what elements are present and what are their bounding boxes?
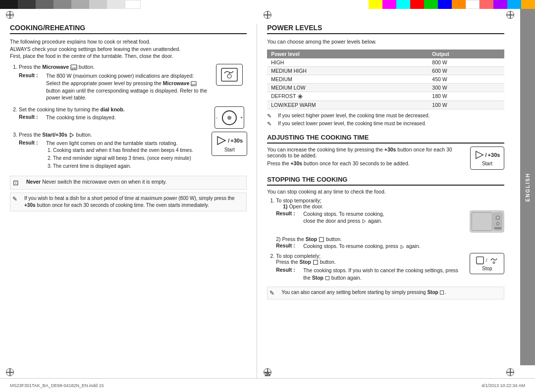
adjusting-content: You can increase the cooking time by pre…	[267, 147, 504, 170]
table-row: HIGH 800 W	[267, 58, 504, 67]
power-level-defrost: DEFROST	[267, 92, 428, 100]
start-30s-icon: / +30s Start	[212, 132, 247, 156]
step-3-text-content: Press the Start/+30s button. Result : Th…	[19, 132, 208, 173]
color-swatch-r7	[452, 0, 466, 9]
step-1-result: Result : The 800 W (maximum cooking powe…	[19, 72, 208, 101]
svg-rect-20	[325, 277, 329, 280]
stopping-step-1: To stop temporarily; 1) Open the door. R…	[276, 197, 504, 250]
table-note-1: ✎ If you select higher power level, the …	[267, 112, 504, 119]
left-column: COOKING/REHEATING The following procedur…	[10, 24, 257, 381]
footer-left: MS23F301TAK_BA_DE68-04182N_EN.indd 15	[10, 383, 104, 388]
color-swatch-r10	[493, 0, 507, 9]
color-swatch-1	[0, 0, 18, 9]
table-row: MEDIUM HIGH 600 W	[267, 66, 504, 75]
stop-note-icon: ✎	[269, 289, 279, 297]
right-column: POWER LEVELS You can choose among the po…	[257, 24, 504, 381]
reg-mark-top-left	[5, 10, 15, 20]
color-swatch-6	[89, 0, 107, 9]
svg-rect-16	[494, 227, 501, 229]
color-swatch-7	[107, 0, 125, 9]
step-2-result: Result : The cooking time is displayed.	[19, 114, 208, 121]
step-2-content: Set the cooking time by turning the dial…	[19, 106, 247, 129]
output-defrost: 180 W	[428, 92, 504, 100]
step-3: Press the Start/+30s button. Result : Th…	[19, 132, 247, 173]
top-color-bar	[0, 0, 535, 9]
dial-knob-icon: - +	[212, 106, 247, 129]
step-3-result: Result : The oven light comes on and the…	[19, 140, 208, 171]
svg-text:μw: μw	[192, 83, 196, 86]
svg-rect-19	[313, 260, 318, 265]
table-row: DEFROST 180 W	[267, 92, 504, 100]
color-swatch-r2	[382, 0, 396, 9]
step-1-content: Press the Microwave μw button. Result : …	[19, 64, 247, 103]
svg-marker-8	[217, 137, 225, 145]
intro-text: The following procedure explains how to …	[10, 38, 247, 60]
color-swatch-r11	[507, 0, 521, 9]
table-header-power: Power level	[267, 49, 428, 58]
svg-rect-12	[472, 212, 492, 231]
output-med-low: 300 W	[428, 83, 504, 92]
stopping-steps-list: To stop temporarily; 1) Open the door. R…	[267, 197, 504, 284]
color-swatch-5	[71, 0, 89, 9]
adjust-start-icon: / +30s Start	[470, 147, 505, 170]
microwave-image	[470, 210, 504, 235]
stopping-result-1: Result : Cooking stops. To resume cookin…	[276, 210, 504, 235]
svg-marker-7	[70, 133, 73, 138]
stop-note: ✎ You can also cancel any setting before…	[267, 287, 504, 300]
svg-marker-9	[476, 151, 483, 158]
power-level-med-high: MEDIUM HIGH	[267, 66, 428, 75]
table-row: MEDIUM 450 W	[267, 75, 504, 83]
cooking-steps-list: Press the Microwave μw button. Result : …	[10, 64, 247, 173]
power-intro: You can choose among the power levels be…	[267, 38, 504, 46]
stop-icon-box: / Stop	[470, 253, 504, 274]
power-levels-title: POWER LEVELS	[267, 24, 504, 34]
note-icon-2: ✎	[267, 120, 276, 127]
power-table: Power level Output HIGH 800 W MEDIUM HIG…	[267, 49, 504, 109]
step-3-content: Press the Start/+30s button. Result : Th…	[19, 132, 247, 173]
power-level-med-low: MEDIUM LOW	[267, 83, 428, 92]
color-swatch-r6	[438, 0, 452, 9]
never-warning: ⊡ Never Never switch the microwave oven …	[10, 176, 247, 190]
warning-icon: ⊡	[13, 179, 24, 187]
info-note: ✎ If you wish to heat a dish for a short…	[10, 193, 247, 211]
color-swatch-r9	[480, 0, 493, 9]
color-swatch-r1	[369, 0, 382, 9]
color-swatch-r8	[466, 0, 480, 9]
reg-mark-top-center	[263, 10, 272, 20]
footer-right: 4/1/2013 10:22:34 AM	[482, 383, 525, 388]
power-level-medium: MEDIUM	[267, 75, 428, 83]
stopping-result-3: Result : The cooking stops. If you wish …	[276, 267, 465, 281]
note-icon-1: ✎	[267, 112, 276, 119]
sidebar-label: ENGLISH	[525, 173, 531, 201]
svg-marker-10	[363, 220, 366, 223]
table-note-2: ✎ If you select lower power level, the c…	[267, 120, 504, 127]
adjusting-title: ADJUSTING THE COOKING TIME	[267, 134, 504, 144]
color-swatch-4	[54, 0, 71, 9]
press-stop-1: 2) Press the Stop button.	[276, 236, 504, 243]
step-2-text-content: Set the cooking time by turning the dial…	[19, 106, 208, 123]
stopping-intro: You can stop cooking at any time to chec…	[267, 189, 504, 195]
svg-point-22	[493, 262, 495, 264]
table-header-output: Output	[428, 49, 504, 58]
svg-marker-18	[401, 245, 404, 248]
reg-mark-bottom-center	[263, 367, 272, 377]
output-medium: 450 W	[428, 75, 504, 83]
output-med-high: 600 W	[428, 66, 504, 75]
color-swatch-3	[36, 0, 54, 9]
output-high: 800 W	[428, 58, 504, 67]
step-1-text-content: Press the Microwave μw button. Result : …	[19, 64, 208, 103]
step-1: Press the Microwave μw button. Result : …	[19, 64, 247, 103]
stopping-result-2: Result : Cooking stops. To resume cookin…	[276, 243, 504, 250]
info-icon: ✎	[12, 195, 22, 203]
stopping-title: STOPPING THE COOKING	[267, 176, 504, 186]
svg-text:μw: μw	[71, 66, 76, 70]
color-swatch-r12	[521, 0, 535, 9]
reg-mark-top-right	[505, 10, 515, 20]
power-level-low: LOW/KEEP WARM	[267, 100, 428, 109]
footer: MS23F301TAK_BA_DE68-04182N_EN.indd 15 4/…	[0, 378, 535, 392]
adjusting-text: You can increase the cooking time by pre…	[267, 147, 465, 166]
color-swatch-8	[125, 0, 141, 9]
color-swatch-2	[18, 0, 36, 9]
svg-rect-21	[477, 257, 483, 264]
svg-rect-17	[320, 238, 324, 242]
